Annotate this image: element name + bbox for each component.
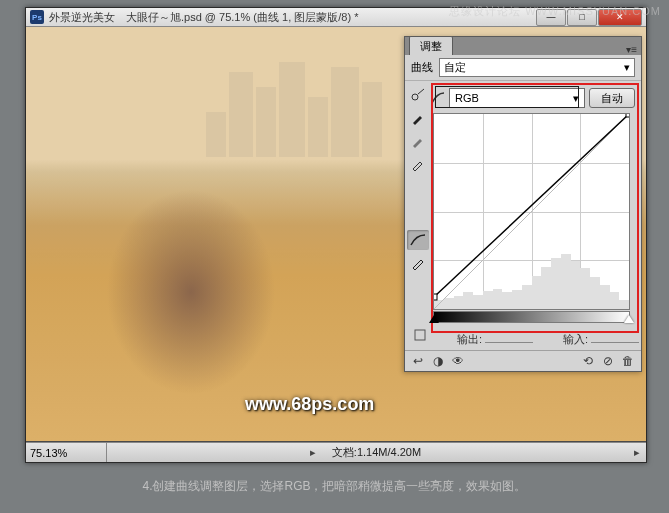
preset-select[interactable]: 自定 ▾ bbox=[439, 58, 635, 77]
document-size: 文档:1.14M/4.20M bbox=[322, 445, 431, 460]
svg-line-1 bbox=[434, 114, 629, 309]
panel-body: RGB ▾ 自动 bbox=[405, 81, 641, 323]
svg-rect-3 bbox=[434, 294, 437, 300]
curves-label: 曲线 bbox=[411, 60, 433, 75]
panel-tabbar: 调整 ▾≡ bbox=[405, 37, 641, 55]
curve-tools-column bbox=[405, 81, 431, 323]
panel-footer: ↩ ◑ 👁 ⟲ ⊘ 🗑 bbox=[405, 350, 641, 371]
dropdown-arrow-icon: ▾ bbox=[573, 92, 579, 105]
curve-pencil-tool[interactable] bbox=[407, 253, 429, 273]
output-label: 输出: bbox=[457, 333, 482, 345]
input-gradient[interactable] bbox=[433, 311, 630, 323]
reset-icon[interactable]: ⊘ bbox=[599, 353, 617, 369]
previous-state-icon[interactable]: ⟲ bbox=[579, 353, 597, 369]
channel-row: RGB ▾ 自动 bbox=[431, 88, 635, 108]
black-eyedropper-icon[interactable] bbox=[407, 108, 429, 128]
curve-point-tool[interactable] bbox=[407, 230, 429, 250]
clip-warning-icon[interactable] bbox=[413, 328, 427, 342]
trash-icon[interactable]: 🗑 bbox=[619, 353, 637, 369]
black-point-slider[interactable] bbox=[429, 315, 439, 323]
adjustments-panel: 调整 ▾≡ 曲线 自定 ▾ bbox=[404, 36, 642, 372]
dropdown-arrow-icon: ▾ bbox=[624, 61, 630, 74]
auto-button[interactable]: 自动 bbox=[589, 88, 635, 108]
zoom-level[interactable]: 75.13% bbox=[26, 443, 107, 462]
preset-value: 自定 bbox=[444, 60, 466, 75]
target-adjust-tool[interactable] bbox=[407, 85, 429, 105]
curves-editor: RGB ▾ 自动 bbox=[431, 81, 641, 323]
eye-icon[interactable]: 👁 bbox=[449, 353, 467, 369]
white-eyedropper-icon[interactable] bbox=[407, 154, 429, 174]
watermark-center: www.68ps.com bbox=[245, 394, 374, 415]
channel-value: RGB bbox=[455, 92, 479, 104]
gray-eyedropper-icon[interactable] bbox=[407, 131, 429, 151]
preset-row: 曲线 自定 ▾ bbox=[405, 55, 641, 81]
caption-text: 4.创建曲线调整图层，选择RGB，把暗部稍微提高一些亮度，效果如图。 bbox=[0, 478, 669, 495]
svg-line-2 bbox=[434, 114, 629, 297]
input-value[interactable] bbox=[591, 328, 639, 343]
app-icon: Ps bbox=[30, 10, 44, 24]
svg-rect-5 bbox=[415, 330, 425, 340]
svg-rect-4 bbox=[626, 114, 629, 117]
output-input-row: 输出: 输入: bbox=[405, 323, 641, 350]
input-label: 输入: bbox=[563, 333, 588, 345]
chevron-icon[interactable]: ▸ bbox=[310, 446, 316, 459]
curves-graph[interactable] bbox=[433, 113, 630, 310]
watermark-top: 思缘设计论坛 WWW.MISSYUAN.COM bbox=[449, 4, 661, 19]
white-point-slider[interactable] bbox=[624, 315, 634, 323]
chevron-right-icon[interactable]: ▸ bbox=[634, 446, 640, 459]
channel-select[interactable]: RGB ▾ bbox=[449, 88, 585, 108]
adjustments-tab[interactable]: 调整 bbox=[409, 36, 453, 55]
toggle-layer-icon[interactable]: ◑ bbox=[429, 353, 447, 369]
panel-menu-icon[interactable]: ▾≡ bbox=[626, 44, 637, 55]
svg-point-0 bbox=[412, 94, 418, 100]
channel-icon bbox=[431, 91, 445, 105]
output-value[interactable] bbox=[485, 328, 533, 343]
curve-line bbox=[434, 114, 629, 309]
return-icon[interactable]: ↩ bbox=[409, 353, 427, 369]
statusbar: 75.13% ▸ 文档:1.14M/4.20M ▸ bbox=[26, 442, 646, 462]
